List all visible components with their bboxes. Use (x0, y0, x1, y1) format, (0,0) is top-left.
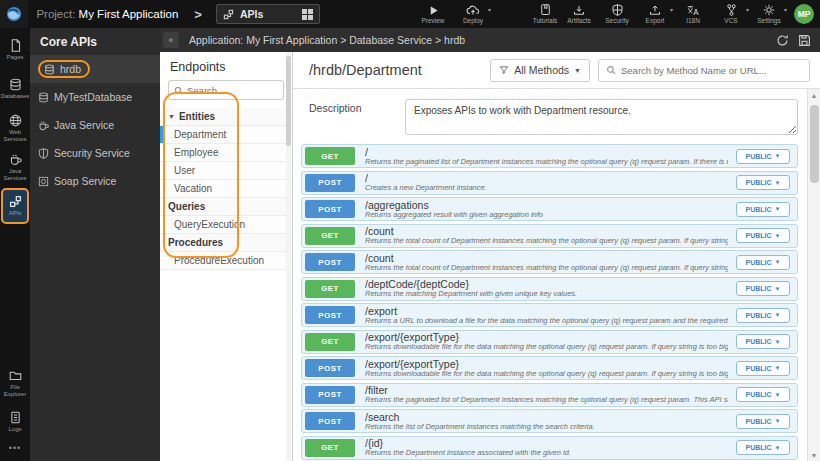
shield-icon (38, 148, 49, 159)
user-avatar[interactable]: MP (794, 4, 814, 24)
scroll-down-icon[interactable]: ▼ (811, 449, 818, 461)
core-api-item-hrdb[interactable]: hrdb (30, 55, 160, 83)
scroll-up-icon[interactable]: ▲ (811, 89, 818, 101)
visibility-dropdown[interactable]: PUBLIC▼ (736, 387, 790, 402)
endpoint-label: Employee (174, 147, 218, 158)
api-description: Returns the total count of Department in… (365, 237, 728, 245)
api-row[interactable]: GET/deptCode/{deptCode}Returns the match… (301, 277, 798, 301)
core-api-item-security-service[interactable]: Security Service (30, 139, 160, 167)
sidebar-item-apis[interactable]: APIs (1, 188, 29, 224)
core-api-item-mytestdatabase[interactable]: MyTestDatabase (30, 83, 160, 111)
i18n-button[interactable]: I18N (676, 0, 710, 28)
endpoint-group-queries[interactable]: Queries (160, 198, 292, 216)
api-description: Returns the paginated list of Department… (365, 396, 728, 404)
endpoint-item-vacation[interactable]: Vacation (160, 180, 292, 198)
endpoints-scrollbar[interactable] (286, 52, 291, 461)
visibility-dropdown[interactable]: PUBLIC▼ (736, 334, 790, 349)
sidebar-item-web-services[interactable]: Web Services (1, 110, 29, 146)
endpoint-label: Queries (168, 201, 205, 212)
api-row[interactable]: POST/exportReturns a URL to download a f… (301, 303, 798, 327)
method-search-input[interactable] (621, 65, 802, 76)
endpoints-search-input[interactable] (187, 85, 278, 96)
visibility-dropdown[interactable]: PUBLIC▼ (736, 414, 790, 429)
preview-button[interactable]: Preview (416, 0, 450, 28)
chevron-down-icon: ▼ (775, 259, 781, 265)
api-description: Returns the matching Department with giv… (365, 290, 728, 298)
deploy-button[interactable]: Deploy ▾ (456, 0, 490, 28)
endpoint-item-employee[interactable]: Employee (160, 144, 292, 162)
api-row[interactable]: POST/countReturns the total count of Dep… (301, 250, 798, 274)
top-bar: Project: My First Application > APIs Pre… (0, 0, 820, 28)
api-row[interactable]: POST/filterReturns the paginated list of… (301, 383, 798, 407)
vcs-label: VCS (724, 17, 737, 24)
artifacts-button[interactable]: Artifacts (562, 0, 596, 28)
visibility-dropdown[interactable]: PUBLIC▼ (736, 202, 790, 217)
tutorials-label: Tutorials (533, 17, 558, 24)
app-logo-icon[interactable] (0, 0, 28, 28)
database-icon (38, 92, 49, 103)
visibility-dropdown[interactable]: PUBLIC▼ (736, 149, 790, 164)
endpoint-label: QueryExecution (174, 219, 245, 230)
api-row[interactable]: GET/countReturns the total count of Depa… (301, 224, 798, 248)
core-api-item-soap-service[interactable]: Soap Service (30, 167, 160, 195)
page-title: /hrdb/Department (309, 62, 422, 78)
sidebar-item-java-services[interactable]: Java Services (1, 149, 29, 185)
endpoint-group-procedures[interactable]: Procedures (160, 234, 292, 252)
sidebar-item-pages[interactable]: Pages (1, 32, 29, 68)
description-textarea[interactable]: Exposes APIs to work with Department res… (405, 99, 798, 135)
i18n-label: I18N (686, 17, 700, 24)
collapse-panel-button[interactable]: « (163, 32, 179, 48)
visibility-dropdown[interactable]: PUBLIC▼ (736, 281, 790, 296)
grid-icon[interactable] (302, 9, 313, 20)
sidebar-item-logs[interactable]: Logs (1, 404, 29, 440)
method-badge: GET (305, 280, 355, 298)
method-search[interactable] (598, 59, 810, 82)
main-scrollbar[interactable]: ▲ ▼ (807, 89, 820, 461)
visibility-dropdown[interactable]: PUBLIC▼ (736, 255, 790, 270)
api-row[interactable]: GET/Returns the paginated list of Depart… (301, 144, 798, 168)
security-button[interactable]: Security (600, 0, 634, 28)
sidebar-item-file-explorer[interactable]: File Explorer (1, 365, 29, 401)
api-row[interactable]: POST/Creates a new Department instance.P… (301, 171, 798, 195)
visibility-dropdown[interactable]: PUBLIC▼ (736, 308, 790, 323)
sidebar-item-databases[interactable]: Databases (1, 71, 29, 107)
vcs-button[interactable]: VCS ▾ (714, 0, 748, 28)
coffee-icon (9, 153, 22, 166)
endpoint-item-department[interactable]: Department (160, 126, 292, 144)
tab-apis[interactable]: APIs (216, 4, 320, 24)
endpoint-item-queryexecution[interactable]: QueryExecution (160, 216, 292, 234)
globe-icon (9, 114, 22, 127)
visibility-dropdown[interactable]: PUBLIC▼ (736, 228, 790, 243)
visibility-dropdown[interactable]: PUBLIC▼ (736, 361, 790, 376)
chevron-down-icon: ▼ (775, 418, 781, 424)
scroll-thumb[interactable] (810, 105, 819, 183)
chevron-down-icon: ▼ (775, 153, 781, 159)
endpoint-item-user[interactable]: User (160, 162, 292, 180)
core-api-item-java-service[interactable]: Java Service (30, 111, 160, 139)
endpoint-group-entities[interactable]: ▼Entities (160, 108, 292, 126)
api-row[interactable]: POST/export/{exportType}Returns download… (301, 356, 798, 380)
settings-button[interactable]: Settings ▾ (752, 0, 786, 28)
methods-filter-dropdown[interactable]: All Methods ▼ (490, 59, 590, 82)
endpoint-item-procedureexecution[interactable]: ProcedureExecution (160, 252, 292, 270)
api-row[interactable]: GET/{id}Returns the Department instance … (301, 436, 798, 460)
api-row[interactable]: POST/aggregationsReturns aggregated resu… (301, 197, 798, 221)
visibility-dropdown[interactable]: PUBLIC▼ (736, 175, 790, 190)
database-icon (9, 78, 22, 91)
save-icon[interactable] (798, 34, 811, 47)
tutorials-button[interactable]: Tutorials (528, 0, 562, 28)
endpoint-label: Entities (179, 111, 215, 122)
method-badge: GET (305, 147, 355, 165)
visibility-dropdown[interactable]: PUBLIC▼ (736, 440, 790, 455)
sidebar-item-label: File Explorer (3, 384, 27, 397)
api-row[interactable]: POST/searchReturns the list of Departmen… (301, 409, 798, 433)
api-row[interactable]: GET/export/{exportType}Returns downloada… (301, 330, 798, 354)
method-badge: POST (305, 386, 355, 404)
api-icon (223, 9, 234, 20)
more-icon[interactable]: ••• (9, 443, 21, 453)
refresh-icon[interactable] (776, 34, 789, 47)
api-description: Returns the total count of Department in… (365, 264, 728, 272)
endpoints-search[interactable] (168, 80, 284, 100)
core-api-item-label: Security Service (54, 147, 130, 159)
export-button[interactable]: Export ▾ (638, 0, 672, 28)
